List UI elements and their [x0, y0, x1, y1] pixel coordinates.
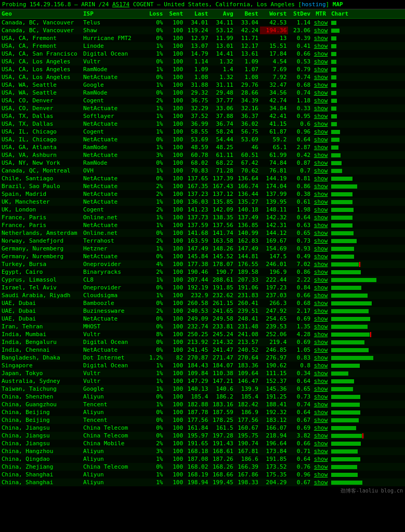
cell-mtr[interactable]: show [312, 377, 330, 385]
cell-mtr[interactable]: show [312, 416, 330, 424]
mtr-show-link[interactable]: show [314, 417, 328, 423]
cell-mtr[interactable]: show [312, 338, 330, 346]
mtr-show-link[interactable]: show [314, 261, 328, 268]
cell-mtr[interactable]: show [312, 362, 330, 369]
mtr-show-link[interactable]: show [314, 198, 328, 205]
cell-mtr[interactable]: show [312, 252, 330, 260]
cell-mtr[interactable]: show [312, 136, 330, 143]
cell-mtr[interactable]: show [312, 175, 330, 182]
cell-mtr[interactable]: show [312, 237, 330, 245]
map-link[interactable]: MAP [333, 1, 343, 8]
cell-mtr[interactable]: show [312, 432, 330, 440]
cell-mtr[interactable]: show [312, 159, 330, 167]
cell-mtr[interactable]: show [312, 151, 330, 159]
cell-mtr[interactable]: show [312, 245, 330, 252]
mtr-show-link[interactable]: show [314, 354, 328, 361]
cell-mtr[interactable]: show [312, 190, 330, 198]
mtr-show-link[interactable]: show [314, 378, 328, 384]
cell-mtr[interactable]: show [312, 167, 330, 175]
cell-mtr[interactable]: show [312, 112, 330, 120]
cell-mtr[interactable]: show [312, 221, 330, 229]
mtr-show-link[interactable]: show [314, 292, 328, 299]
mtr-show-link[interactable]: show [314, 448, 328, 455]
mtr-show-link[interactable]: show [314, 66, 328, 73]
mtr-show-link[interactable]: show [314, 284, 328, 291]
mtr-show-link[interactable]: show [314, 323, 328, 330]
cell-mtr[interactable]: show [312, 26, 330, 34]
cell-mtr[interactable]: show [312, 42, 330, 50]
mtr-show-link[interactable]: show [314, 393, 328, 400]
mtr-show-link[interactable]: show [314, 97, 328, 104]
mtr-show-link[interactable]: show [314, 74, 328, 81]
mtr-show-link[interactable]: show [314, 128, 328, 135]
mtr-show-link[interactable]: show [314, 19, 328, 26]
cell-mtr[interactable]: show [312, 198, 330, 206]
mtr-show-link[interactable]: show [314, 300, 328, 307]
cell-mtr[interactable]: show [312, 229, 330, 237]
cell-mtr[interactable]: show [312, 143, 330, 151]
mtr-show-link[interactable]: show [314, 121, 328, 127]
mtr-show-link[interactable]: show [314, 479, 328, 486]
mtr-show-link[interactable]: show [314, 269, 328, 275]
cell-mtr[interactable]: show [312, 401, 330, 408]
mtr-show-link[interactable]: show [314, 167, 328, 174]
cell-mtr[interactable]: show [312, 182, 330, 190]
cell-mtr[interactable]: show [312, 268, 330, 276]
mtr-show-link[interactable]: show [314, 136, 328, 143]
mtr-show-link[interactable]: show [314, 401, 328, 408]
cell-mtr[interactable]: show [312, 50, 330, 58]
cell-mtr[interactable]: show [312, 447, 330, 455]
mtr-show-link[interactable]: show [314, 424, 328, 431]
mtr-show-link[interactable]: show [314, 463, 328, 470]
mtr-show-link[interactable]: show [314, 214, 328, 221]
cell-mtr[interactable]: show [312, 120, 330, 128]
mtr-show-link[interactable]: show [314, 471, 328, 478]
cell-mtr[interactable]: show [312, 214, 330, 221]
cell-mtr[interactable]: show [312, 291, 330, 299]
cell-mtr[interactable]: show [312, 307, 330, 315]
cell-mtr[interactable]: show [312, 97, 330, 104]
cell-mtr[interactable]: show [312, 471, 330, 478]
mtr-show-link[interactable]: show [314, 82, 328, 88]
cell-mtr[interactable]: show [312, 424, 330, 432]
cell-mtr[interactable]: show [312, 276, 330, 284]
cell-mtr[interactable]: show [312, 463, 330, 471]
cell-mtr[interactable]: show [312, 369, 330, 377]
mtr-show-link[interactable]: show [314, 159, 328, 166]
mtr-show-link[interactable]: show [314, 339, 328, 345]
mtr-show-link[interactable]: show [314, 50, 328, 57]
mtr-show-link[interactable]: show [314, 331, 328, 338]
cell-mtr[interactable]: show [312, 455, 330, 463]
cell-mtr[interactable]: show [312, 299, 330, 307]
cell-mtr[interactable]: show [312, 408, 330, 416]
cell-mtr[interactable]: show [312, 19, 330, 27]
mtr-show-link[interactable]: show [314, 432, 328, 439]
mtr-show-link[interactable]: show [314, 191, 328, 197]
cell-mtr[interactable]: show [312, 58, 330, 65]
mtr-show-link[interactable]: show [314, 35, 328, 42]
cell-mtr[interactable]: show [312, 34, 330, 42]
mtr-show-link[interactable]: show [314, 27, 328, 34]
mtr-show-link[interactable]: show [314, 370, 328, 377]
cell-mtr[interactable]: show [312, 315, 330, 323]
mtr-show-link[interactable]: show [314, 89, 328, 96]
cell-mtr[interactable]: show [312, 89, 330, 97]
mtr-show-link[interactable]: show [314, 175, 328, 182]
cell-mtr[interactable]: show [312, 478, 330, 486]
cell-mtr[interactable]: show [312, 81, 330, 89]
mtr-show-link[interactable]: show [314, 315, 328, 322]
cell-mtr[interactable]: show [312, 206, 330, 214]
mtr-show-link[interactable]: show [314, 308, 328, 314]
mtr-show-link[interactable]: show [314, 230, 328, 236]
cell-mtr[interactable]: show [312, 128, 330, 136]
mtr-show-link[interactable]: show [314, 144, 328, 151]
mtr-show-link[interactable]: show [314, 440, 328, 447]
cell-mtr[interactable]: show [312, 65, 330, 73]
cell-mtr[interactable]: show [312, 260, 330, 268]
mtr-show-link[interactable]: show [314, 245, 328, 252]
as-link[interactable]: AS174 [112, 1, 129, 8]
cell-mtr[interactable]: show [312, 385, 330, 393]
cell-mtr[interactable]: show [312, 346, 330, 354]
mtr-show-link[interactable]: show [314, 113, 328, 119]
mtr-show-link[interactable]: show [314, 456, 328, 462]
